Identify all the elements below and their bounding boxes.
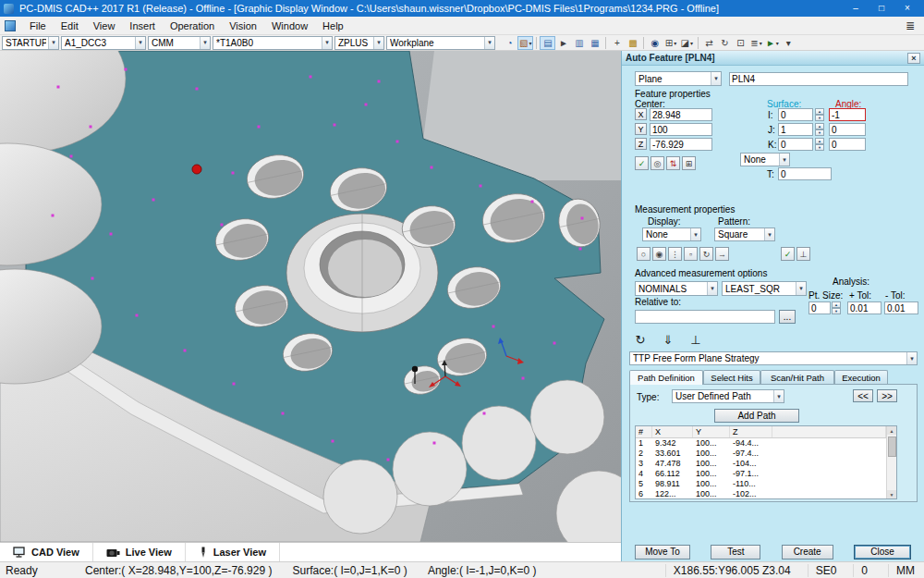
- table-row[interactable]: 3 47.478 100... -104...: [636, 459, 886, 469]
- menu-item[interactable]: Operation: [163, 18, 222, 33]
- toolbar-combo[interactable]: STARTUP: [2, 36, 59, 50]
- t-input[interactable]: 0: [778, 167, 832, 180]
- angle-i-input[interactable]: -1: [829, 108, 866, 121]
- surface-k-input[interactable]: 0: [778, 138, 813, 151]
- add-path-button[interactable]: Add Path: [714, 409, 799, 423]
- execute-program-icon[interactable]: ►▾: [764, 36, 781, 50]
- more-options-icon[interactable]: ▾: [781, 36, 796, 50]
- plus-tol-input[interactable]: 0.01: [847, 301, 881, 314]
- cad-shading-icon[interactable]: ▧▾: [517, 36, 533, 50]
- center-x-input[interactable]: 28.948: [650, 108, 712, 121]
- table-scrollbar[interactable]: [886, 426, 896, 498]
- table-row[interactable]: 4 66.112 100... -97.1...: [636, 468, 886, 478]
- spinner-down-icon[interactable]: [815, 144, 824, 151]
- menu-item[interactable]: Insert: [122, 18, 163, 33]
- rotate-view-icon[interactable]: ↻: [717, 36, 733, 50]
- close-window-button[interactable]: ×: [894, 0, 920, 17]
- tab-cad-view[interactable]: CAD View: [0, 543, 93, 561]
- spinner-up-icon[interactable]: [815, 138, 824, 144]
- menu-item[interactable]: Help: [315, 18, 351, 33]
- tab-execution[interactable]: Execution: [834, 370, 888, 384]
- graphic-display-window[interactable]: [0, 51, 621, 542]
- surface-j-input[interactable]: 1: [778, 123, 813, 136]
- vector-type-combo[interactable]: None: [740, 153, 790, 166]
- test-button[interactable]: Test: [711, 545, 760, 560]
- pt-size-spinner[interactable]: [832, 301, 841, 314]
- close-button[interactable]: Close: [854, 545, 911, 560]
- hit-density-icon[interactable]: ◉: [652, 247, 666, 261]
- edit-window-icon[interactable]: ▤: [540, 36, 555, 50]
- perpendicular-probe-icon[interactable]: ⊥: [685, 331, 707, 348]
- probe-toolbox-icon[interactable]: +: [609, 36, 625, 50]
- tab-live-view[interactable]: Live View: [93, 543, 186, 561]
- pointer-mode-icon[interactable]: ►: [555, 36, 571, 50]
- cad-viewport[interactable]: [0, 51, 621, 542]
- display-combo[interactable]: None: [642, 228, 701, 241]
- next-button[interactable]: >>: [877, 389, 897, 402]
- spinner-up-icon[interactable]: [832, 301, 841, 308]
- pt-size-input[interactable]: 0: [808, 301, 831, 314]
- center-z-input[interactable]: -76.929: [650, 138, 712, 151]
- relative-to-input[interactable]: [635, 310, 775, 324]
- minus-tol-input[interactable]: 0.01: [884, 301, 918, 314]
- toggle-normal-icon[interactable]: ✓: [635, 156, 649, 170]
- spinner-down-icon[interactable]: [815, 129, 824, 136]
- menu-item[interactable]: View: [86, 18, 123, 33]
- scroll-down-icon[interactable]: [887, 490, 896, 498]
- spinner-down-icon[interactable]: [832, 308, 841, 314]
- nominals-combo[interactable]: NOMINALS: [635, 281, 718, 296]
- surface-k-spinner[interactable]: [815, 138, 824, 151]
- surface-normal-icon[interactable]: ⊥: [796, 247, 810, 261]
- tab-laser-view[interactable]: Laser View: [186, 543, 280, 561]
- mdi-child-controls-icon[interactable]: ≣: [906, 19, 915, 32]
- pin-vector-icon[interactable]: ⊞: [682, 156, 696, 170]
- table-row[interactable]: 5 98.911 100... -110...: [636, 478, 886, 488]
- find-vector-icon[interactable]: ◎: [650, 156, 664, 170]
- center-y-input[interactable]: 100: [650, 123, 712, 136]
- toolbar-combo[interactable]: CMM: [148, 36, 211, 50]
- bestfit-combo[interactable]: LEAST_SQR: [722, 281, 807, 296]
- graphic-view-icon[interactable]: ⊞▾: [663, 36, 678, 50]
- spinner-down-icon[interactable]: [815, 115, 824, 121]
- title-bar[interactable]: PC-DMIS CAD++ 2017 R1 (Release) - Offlin…: [0, 0, 924, 17]
- avoidance-move-icon[interactable]: ↻: [699, 247, 713, 261]
- dialog-title-bar[interactable]: Auto Feature [PLN4] ×: [622, 51, 924, 66]
- toolbar-combo[interactable]: *T1A0B0: [213, 36, 333, 50]
- report-window-icon[interactable]: ▦: [587, 36, 602, 50]
- depth-icon[interactable]: ▫: [684, 247, 698, 261]
- surface-j-spinner[interactable]: [815, 123, 824, 136]
- menu-item[interactable]: Edit: [54, 18, 86, 33]
- zoom-extents-icon[interactable]: ⊡: [733, 36, 748, 50]
- x-axis-button[interactable]: X: [635, 108, 647, 120]
- z-axis-button[interactable]: Z: [635, 138, 647, 150]
- table-row[interactable]: 6 122... 100... -102...: [636, 488, 886, 498]
- strategy-combo[interactable]: TTP Free Form Plane Strategy: [629, 351, 918, 365]
- snap-icon[interactable]: ✓: [781, 247, 795, 261]
- flip-vector-icon[interactable]: ⇅: [666, 156, 680, 170]
- table-row[interactable]: 1 9.342 100... -94.4...: [636, 438, 886, 449]
- create-button[interactable]: Create: [782, 545, 833, 560]
- probe-path-icon[interactable]: ⇓: [657, 331, 679, 348]
- menu-item[interactable]: File: [22, 18, 54, 33]
- gage-icon[interactable]: ◉: [647, 36, 663, 50]
- pattern-combo[interactable]: Square: [714, 228, 775, 241]
- path-type-combo[interactable]: User Defined Path: [672, 389, 784, 403]
- menu-item[interactable]: Window: [264, 18, 315, 33]
- refresh-strategy-icon[interactable]: ↻: [629, 331, 651, 348]
- summary-window-icon[interactable]: ▥: [571, 36, 587, 50]
- surface-i-input[interactable]: 0: [778, 108, 813, 121]
- feature-type-combo[interactable]: Plane: [635, 71, 722, 86]
- maximize-button[interactable]: □: [869, 0, 894, 17]
- scaling-options-icon[interactable]: ◔: [502, 36, 517, 50]
- angle-k-input[interactable]: 0: [829, 138, 866, 151]
- minimize-button[interactable]: –: [843, 0, 869, 17]
- browse-button[interactable]: ...: [779, 310, 796, 324]
- tab-scan-hit-path[interactable]: Scan/Hit Path: [760, 370, 834, 384]
- quick-fixture-icon[interactable]: ▩: [625, 36, 640, 50]
- menu-item[interactable]: Vision: [222, 18, 264, 33]
- view-orientation-icon[interactable]: ◪▾: [678, 36, 694, 50]
- feature-id-input[interactable]: PLN4: [729, 72, 908, 86]
- selected-point[interactable]: [192, 165, 201, 174]
- angle-j-input[interactable]: 0: [829, 123, 866, 136]
- prev-button[interactable]: <<: [853, 389, 873, 402]
